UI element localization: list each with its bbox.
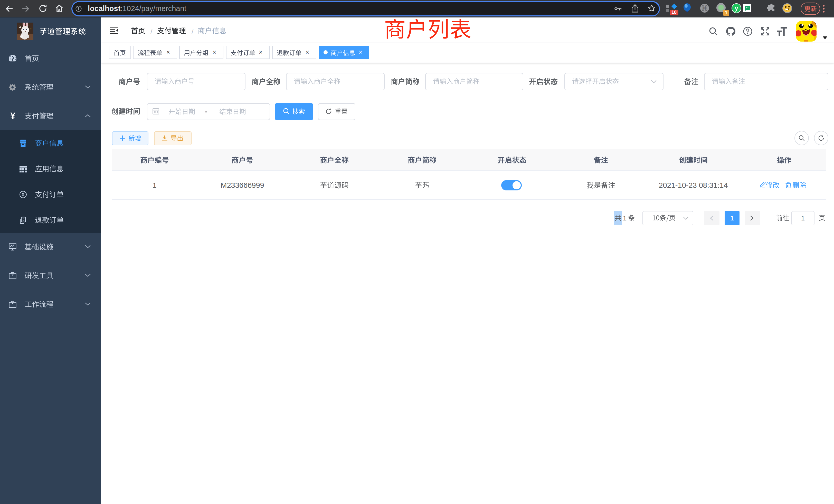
svg-text:⌘: ⌘	[701, 4, 708, 12]
